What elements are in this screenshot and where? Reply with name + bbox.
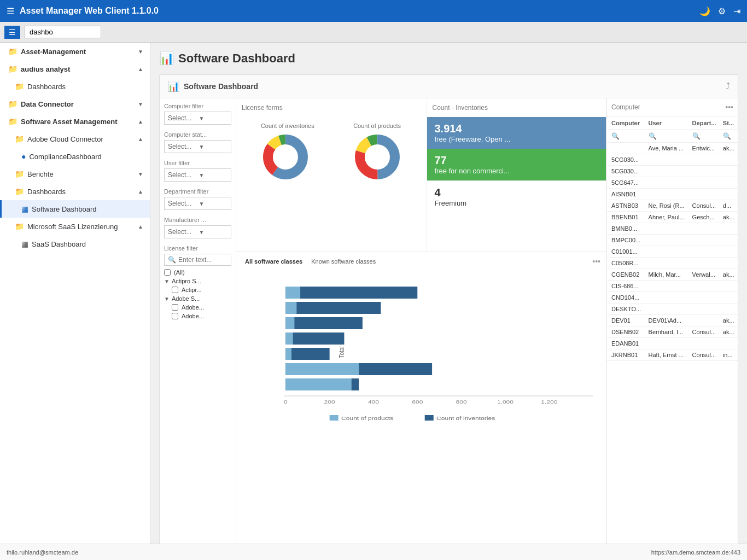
- svg-text:Count of inventories: Count of inventories: [436, 416, 495, 421]
- department-filter-select[interactable]: Select... ▼: [164, 197, 231, 210]
- table-cell-status: [721, 304, 738, 315]
- col-user: User: [646, 116, 690, 130]
- computer-filter-select[interactable]: Select... ▼: [164, 112, 231, 125]
- table-cell-user: Bernhard, I...: [646, 326, 690, 338]
- chevron-up-icon: ▲: [138, 119, 143, 125]
- table-cell-dept: [690, 235, 721, 246]
- table-cell-dept: [690, 154, 721, 166]
- sidebar-item-label: Adobe Cloud Connector: [27, 135, 103, 143]
- inventory-label: Freemium: [435, 199, 599, 207]
- license-all-checkbox[interactable]: [164, 269, 171, 276]
- dark-mode-icon[interactable]: 🌙: [699, 6, 710, 16]
- bar-inventories: [285, 317, 363, 329]
- chevron-up-icon: ▲: [138, 189, 143, 195]
- license-forms-title: License forms: [242, 104, 421, 112]
- table-cell-dept: [690, 315, 721, 326]
- table-cell-user: [646, 166, 690, 177]
- sidebar-item-data-connector[interactable]: 📁 Data Connector ▼: [0, 95, 150, 113]
- donut-chart-svg-products: [353, 132, 402, 182]
- settings-icon[interactable]: ⚙: [718, 6, 726, 16]
- chart-label: Count of inventories: [261, 122, 314, 129]
- search-icon: 🔍: [692, 132, 701, 140]
- table-cell-dept: Gesch...: [690, 212, 721, 223]
- sidebar-item-audius-analyst[interactable]: 📁 audius analyst ▲: [0, 60, 150, 78]
- inventory-number: 3.914: [435, 122, 599, 135]
- bar-products: [285, 363, 359, 375]
- chevron-down-icon: ▼: [199, 172, 228, 178]
- table-cell-computer: C0508R...: [607, 258, 646, 269]
- menu-toggle-button[interactable]: ☰: [4, 26, 20, 39]
- bar-chart-tabs: All software classes Known software clas…: [242, 257, 379, 266]
- search-icon: 🔍: [168, 256, 176, 264]
- folder-icon: 📁: [8, 100, 17, 108]
- computer-table-title: Computer: [611, 103, 640, 111]
- computer-table: Computer User Depart... St... 🔍 🔍 🔍 🔍: [607, 116, 738, 361]
- sidebar-item-label: Software Asset Management: [21, 118, 118, 126]
- bar-chart-svg: Total: [242, 270, 600, 434]
- table-cell-user: Ave, Maria ...: [646, 143, 690, 154]
- sidebar-item-compliance-dashboard[interactable]: ● ComplianceDashboard: [0, 148, 150, 165]
- tab-all-software-classes[interactable]: All software classes: [242, 257, 306, 266]
- computer-stat-select[interactable]: Select... ▼: [164, 140, 231, 153]
- table-cell-status: [721, 338, 738, 349]
- filter-list-item: Actipr...: [164, 285, 231, 294]
- chevron-down-icon: ▼: [138, 49, 143, 55]
- table-cell-status: ak...: [721, 269, 738, 281]
- table-cell-dept: Entwic...: [690, 143, 721, 154]
- bar-chart-options-icon[interactable]: •••: [592, 257, 600, 266]
- adobe-checkbox-2[interactable]: [172, 313, 178, 319]
- table-row: JKRNB01Haft, Ernst ...Consul...in...: [607, 349, 738, 361]
- svg-text:200: 200: [324, 399, 335, 405]
- filter-label: Computer filter: [164, 103, 231, 109]
- table-cell-dept: Consul...: [690, 200, 721, 212]
- bar-inventories: [285, 348, 329, 360]
- table-cell-computer: 5CG030...: [607, 154, 646, 166]
- license-filter-search[interactable]: 🔍: [164, 254, 231, 266]
- actipro-checkbox[interactable]: [172, 287, 178, 293]
- svg-point-11: [365, 145, 389, 169]
- table-cell-user: [646, 177, 690, 189]
- bar-products: [285, 317, 294, 329]
- adobe-checkbox-1[interactable]: [172, 304, 178, 311]
- search-input[interactable]: [25, 26, 101, 38]
- sidebar-item-dashboards-2[interactable]: 📁 Dashboards ▲: [0, 183, 150, 200]
- sidebar-item-asset-management[interactable]: 📁 Asset-Management ▼: [0, 43, 150, 60]
- svg-text:1.000: 1.000: [497, 399, 513, 405]
- table-cell-status: [721, 246, 738, 258]
- table-cell-status: in...: [721, 349, 738, 361]
- computer-options-icon[interactable]: •••: [725, 103, 733, 112]
- manufacturer-filter-select[interactable]: Select... ▼: [164, 225, 231, 238]
- license-filter-input[interactable]: [178, 256, 227, 264]
- chart-label: Count of products: [353, 122, 402, 129]
- table-cell-status: ak...: [721, 315, 738, 326]
- filter-label: Computer stat...: [164, 131, 231, 138]
- col-computer: Computer: [607, 116, 646, 130]
- filter-label: License filter: [164, 245, 231, 252]
- filter-panel: Computer filter Select... ▼ Computer sta…: [160, 98, 236, 544]
- table-cell-computer: CGENB02: [607, 269, 646, 281]
- svg-rect-23: [425, 415, 434, 421]
- count-inventories-title: Count - Inventories: [427, 98, 606, 117]
- sidebar-item-adobe-cloud-connector[interactable]: 📁 Adobe Cloud Connector ▲: [0, 130, 150, 148]
- filter-list-item: Adobe...: [164, 303, 231, 312]
- sidebar-item-software-dashboard[interactable]: ▦ Software Dashboard: [0, 200, 150, 218]
- sidebar-item-saas-dashboard[interactable]: ▦ SaaS Dashboard: [0, 235, 150, 253]
- table-row: 5CG030...: [607, 166, 738, 177]
- sidebar-item-berichte[interactable]: 📁 Berichte ▼: [0, 165, 150, 183]
- tab-known-software-classes[interactable]: Known software classes: [308, 257, 379, 266]
- svg-text:Count of products: Count of products: [341, 416, 393, 421]
- panel-export-icon[interactable]: ⤴: [726, 81, 730, 91]
- filter-group-adobe[interactable]: ▼ Adobe S...: [164, 294, 231, 303]
- table-cell-computer: CIS-686...: [607, 281, 646, 292]
- table-cell-dept: [690, 166, 721, 177]
- logout-icon[interactable]: ⇥: [733, 6, 740, 16]
- hamburger-icon[interactable]: ☰: [7, 6, 14, 16]
- inventory-label: free for non commerci...: [435, 167, 599, 175]
- sidebar-item-microsoft-saas[interactable]: 📁 Microsoft SaaS Lizenzierung ▲: [0, 218, 150, 235]
- table-row: 5CG030...: [607, 154, 738, 166]
- user-filter-select[interactable]: Select... ▼: [164, 168, 231, 182]
- filter-group-actipro[interactable]: ▼ Actipro S...: [164, 277, 231, 285]
- table-row: BMPC00...: [607, 235, 738, 246]
- sidebar-item-software-asset-management[interactable]: 📁 Software Asset Management ▲: [0, 113, 150, 130]
- sidebar-item-dashboards-1[interactable]: 📁 Dashboards: [0, 78, 150, 95]
